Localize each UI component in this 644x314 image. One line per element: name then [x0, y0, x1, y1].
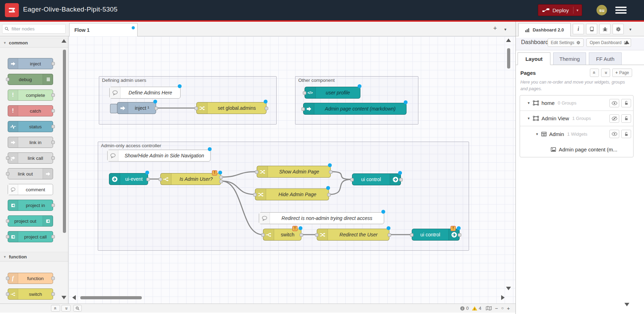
flow-node-ui_control1[interactable]: ui control [352, 173, 401, 185]
error-count[interactable]: i 0 [460, 306, 469, 311]
palette-node-status[interactable]: status [8, 121, 53, 132]
flow-node-show_admin[interactable]: Show Admin Page [257, 166, 331, 178]
input-port[interactable] [303, 91, 306, 95]
menu-icon[interactable] [615, 7, 627, 14]
palette-node-project-call[interactable]: project call [8, 231, 53, 242]
output-port[interactable] [458, 233, 461, 237]
output-port[interactable] [51, 156, 55, 160]
chevron-down-icon[interactable]: ▾ [528, 101, 530, 105]
output-port[interactable] [51, 204, 55, 207]
input-port[interactable] [195, 107, 198, 110]
input-port[interactable] [255, 170, 258, 174]
palette-scroll-up-icon[interactable] [61, 39, 66, 43]
palette-filter[interactable] [2, 24, 66, 34]
flow-node-comment3[interactable]: Redirect is non-admin trying direct acce… [259, 212, 384, 224]
tab-ff-auth[interactable]: FF Auth [589, 52, 622, 65]
palette-category-function[interactable]: ▾function [0, 252, 68, 262]
output-port[interactable] [219, 180, 223, 183]
output-port[interactable] [51, 109, 55, 113]
zoom-reset-button[interactable]: ○ [501, 306, 504, 311]
sidebar-tabs-dropdown-icon[interactable]: ▾ [629, 26, 631, 33]
chevron-down-icon[interactable]: ▾ [536, 132, 538, 136]
output-port[interactable] [154, 107, 158, 110]
canvas-scroll-down-icon[interactable] [506, 287, 511, 290]
palette-node-project-out[interactable]: project out [8, 215, 53, 227]
visibility-toggle[interactable] [609, 99, 619, 107]
palette-node-catch[interactable]: !catch [8, 105, 53, 116]
output-port[interactable] [388, 233, 391, 237]
palette-node-link-call[interactable]: link call [8, 152, 53, 164]
palette-node-link-in[interactable]: link in [8, 137, 53, 148]
flow-node-inject1[interactable]: inject ¹ [117, 102, 156, 114]
collapse-all-button[interactable]: « [590, 69, 599, 77]
input-port[interactable] [6, 235, 9, 238]
flow-list-dropdown-icon[interactable]: ▾ [504, 26, 506, 33]
sidebar-scroll-up-icon[interactable] [624, 41, 629, 44]
flow-node-ui_event[interactable]: ui-event [109, 173, 148, 185]
output-port[interactable] [51, 292, 55, 296]
tree-row-admin-page-content-m-[interactable]: Admin page content (m... [520, 142, 633, 157]
edit-settings-button[interactable]: Edit Settings [548, 38, 584, 47]
lock-toggle[interactable] [621, 99, 631, 107]
zoom-out-button[interactable]: − [495, 306, 498, 311]
flow-canvas[interactable]: Defining admin usersOther componentAdmin… [69, 36, 515, 304]
flow-node-is_admin[interactable]: Is Admin User?! [160, 173, 221, 185]
output-port[interactable] [51, 235, 55, 238]
deploy-dropdown-icon[interactable]: ▾ [577, 8, 579, 13]
zoom-in-button[interactable]: + [507, 306, 510, 311]
input-port[interactable] [301, 107, 305, 111]
inject-trigger-button[interactable] [110, 104, 117, 113]
tree-row-admin-view[interactable]: ▾Admin View1 Groups [520, 111, 633, 126]
visibility-toggle[interactable] [609, 114, 619, 123]
output-port[interactable] [51, 141, 55, 144]
canvas-scroll-right-icon[interactable] [501, 295, 505, 300]
input-port[interactable] [253, 193, 257, 197]
palette-filter-input[interactable] [11, 26, 74, 32]
tab-theming[interactable]: Theming [553, 52, 586, 65]
search-flows-button[interactable] [73, 305, 82, 312]
flow-node-comment2[interactable]: Show/Hide Admin in Side Navigation [107, 150, 211, 162]
canvas-scroll-left-icon[interactable] [72, 295, 76, 300]
flow-group-g2[interactable]: Other component [295, 76, 418, 124]
tab-layout[interactable]: Layout [518, 52, 550, 65]
input-port[interactable] [6, 292, 9, 296]
flow-node-admin_content[interactable]: Admin page content (markdown) [303, 103, 407, 115]
input-port[interactable] [410, 233, 414, 237]
input-port[interactable] [6, 219, 9, 223]
palette-scrollbar[interactable] [63, 50, 66, 233]
palette-node-switch[interactable]: switch [8, 288, 53, 300]
output-port[interactable] [51, 277, 55, 280]
palette-node-inject[interactable]: inject [8, 58, 53, 69]
canvas-scroll-up-icon[interactable] [506, 38, 511, 42]
tree-row-admin[interactable]: ▾Admin1 Widgets [520, 126, 633, 142]
input-port[interactable] [6, 78, 9, 81]
tree-row-home[interactable]: ▾home0 Groups [520, 95, 633, 111]
chevron-down-icon[interactable]: ▾ [528, 116, 530, 121]
flow-node-comment1[interactable]: Define Admins Here [109, 87, 181, 99]
palette-expand-all-button[interactable]: « [61, 305, 71, 312]
add-page-button[interactable]: + Page [612, 69, 632, 77]
sidebar-tab-dashboard[interactable]: Dashboard 2.0 [518, 23, 571, 36]
palette-node-project-in[interactable]: project in [8, 200, 53, 211]
output-port[interactable] [329, 170, 332, 174]
flow-node-ui_control2[interactable]: ui control! [412, 229, 460, 241]
input-port[interactable] [6, 156, 9, 160]
flow-node-hide_admin[interactable]: Hide Admin Page [255, 188, 329, 200]
add-flow-button[interactable]: + [493, 25, 497, 32]
sidebar-scroll-down-icon[interactable] [624, 303, 629, 306]
output-port[interactable] [51, 62, 55, 65]
palette-category-common[interactable]: ▾common [0, 38, 68, 48]
flow-node-redirect[interactable]: Redirect the User [317, 229, 389, 241]
flow-node-change1[interactable]: set global.admins [196, 102, 266, 114]
output-port[interactable] [327, 193, 331, 197]
canvas-horizontal-scrollbar[interactable] [80, 296, 142, 299]
expand-all-button[interactable]: « [601, 69, 610, 77]
output-port[interactable] [300, 233, 303, 237]
tab-flow-1[interactable]: Flow 1 [69, 23, 138, 36]
avatar[interactable]: su [597, 5, 607, 15]
palette-node-link-out[interactable]: link out [8, 168, 53, 179]
lock-toggle[interactable] [621, 130, 631, 138]
output-port[interactable] [399, 178, 403, 181]
deploy-button[interactable]: Deploy ▾ [538, 4, 582, 16]
flow-group-g1[interactable]: Defining admin users [99, 76, 277, 124]
